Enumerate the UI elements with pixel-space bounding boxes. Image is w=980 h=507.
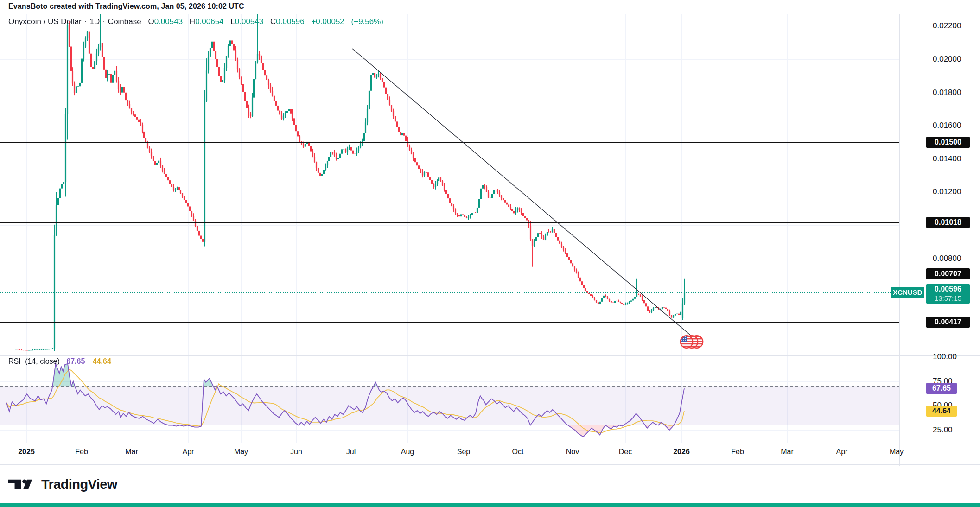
time-axis-top-border [0, 443, 980, 443]
symbol-price-tag: XCNUSD [891, 287, 924, 298]
price-pane-canvas[interactable] [0, 14, 899, 355]
rsi-axis-label: 100.00 [933, 352, 957, 361]
time-axis-label: Apr [183, 448, 194, 456]
time-axis-label: Mar [125, 448, 138, 456]
tradingview-logo[interactable]: TradingView [8, 476, 117, 492]
tradingview-logo-text: TradingView [41, 477, 117, 492]
watermark-attribution-text: EvansBoto created with TradingView.com, … [8, 2, 244, 11]
symbol-legend: Onyxcoin / US Dollar·1D·Coinbase O0.0054… [8, 17, 383, 26]
last-price-badge: 0.00596 13:57:15 [926, 284, 970, 304]
price-axis-label: 0.01400 [933, 154, 961, 164]
interval-label[interactable]: 1D [89, 17, 100, 26]
tradingview-logo-icon [8, 476, 37, 492]
time-axis-label: Jul [346, 448, 356, 456]
tradingview-chart-page: EvansBoto created with TradingView.com, … [0, 0, 980, 507]
close-value: 0.00596 [276, 17, 304, 26]
time-axis-label: Feb [75, 448, 88, 456]
time-axis-label: Oct [512, 448, 524, 456]
rsi-value: 67.65 [66, 357, 85, 365]
price-axis-label: 0.02200 [933, 21, 961, 31]
time-axis-label: 2026 [673, 448, 690, 456]
time-axis-label: Dec [619, 448, 632, 456]
last-price-value: 0.00596 [926, 284, 970, 294]
time-axis-label: Jun [290, 448, 302, 456]
rsi-value-badge: 67.65 [926, 383, 957, 394]
change-percent: (+9.56%) [351, 17, 383, 26]
time-axis-label: Aug [401, 448, 414, 456]
rsi-params: (14, close) [25, 357, 60, 365]
open-label: O [148, 17, 154, 26]
bottom-accent-bar [0, 503, 980, 507]
symbol-title[interactable]: Onyxcoin / US Dollar [8, 17, 82, 26]
rsi-pane-canvas[interactable] [0, 356, 899, 443]
open-value: 0.00543 [154, 17, 183, 26]
time-axis-label: May [890, 448, 904, 456]
legend-separator: · [84, 17, 87, 26]
pane-separator[interactable] [0, 355, 980, 356]
rsi-legend: RSI (14, close) 67.65 44.64 [8, 357, 111, 366]
level-badge: 0.00707 [926, 268, 970, 279]
rsi-ma-value-badge: 44.64 [926, 406, 957, 417]
high-value: 0.00654 [195, 17, 223, 26]
low-label: L [230, 17, 235, 26]
time-axis-label: Sep [457, 448, 470, 456]
exchange-label: Coinbase [108, 17, 141, 26]
price-axis-label: 0.01800 [933, 88, 961, 97]
low-value: 0.00543 [235, 17, 263, 26]
time-axis-label: Mar [781, 448, 794, 456]
us-flag-stamp-icon [679, 333, 705, 350]
time-axis-label: Nov [566, 448, 579, 456]
price-axis-label: 0.01200 [933, 187, 961, 196]
price-axis-label: 0.01600 [933, 121, 961, 130]
close-label: C [270, 17, 276, 26]
level-badge: 0.01500 [926, 137, 970, 148]
rsi-axis-label: 25.00 [933, 425, 953, 435]
time-axis-label: May [234, 448, 248, 456]
time-axis-label: Apr [836, 448, 848, 456]
level-badge: 0.00417 [926, 317, 970, 328]
rsi-ma-value: 44.64 [93, 357, 111, 365]
time-axis-label: Feb [731, 448, 744, 456]
price-axis-label: 0.00800 [933, 254, 961, 263]
time-axis-bottom-border [0, 464, 980, 465]
price-axis-label: 0.02000 [933, 55, 961, 64]
rsi-title[interactable]: RSI [8, 357, 21, 365]
candle-countdown: 13:57:15 [926, 294, 970, 303]
high-label: H [190, 17, 195, 26]
level-badge: 0.01018 [926, 217, 970, 228]
change-value: +0.00052 [311, 17, 344, 26]
time-axis-label: 2025 [18, 448, 35, 456]
price-axis-border [899, 14, 900, 466]
legend-separator: · [102, 17, 105, 26]
